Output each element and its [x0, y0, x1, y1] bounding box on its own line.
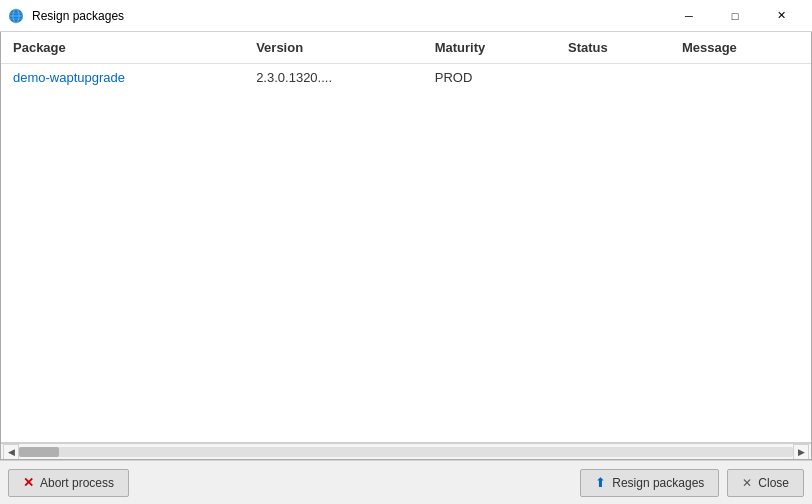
- app-icon: [8, 8, 24, 24]
- scroll-track[interactable]: [19, 447, 793, 457]
- title-bar-left: Resign packages: [8, 8, 124, 24]
- cell-message: [670, 64, 811, 92]
- col-header-status: Status: [556, 32, 670, 64]
- resign-label: Resign packages: [612, 476, 704, 490]
- close-label: Close: [758, 476, 789, 490]
- close-window-button[interactable]: ✕: [758, 0, 804, 32]
- maximize-button[interactable]: □: [712, 0, 758, 32]
- scroll-left-arrow[interactable]: ◀: [3, 444, 19, 460]
- scroll-thumb[interactable]: [19, 447, 59, 457]
- col-header-maturity: Maturity: [423, 32, 556, 64]
- table-area: Package Version Maturity Status Message …: [1, 32, 811, 443]
- cell-status: [556, 64, 670, 92]
- window-body: Package Version Maturity Status Message …: [0, 32, 812, 460]
- close-button[interactable]: ✕ Close: [727, 469, 804, 497]
- abort-icon: ✕: [23, 475, 34, 490]
- packages-table: Package Version Maturity Status Message …: [1, 32, 811, 91]
- col-header-message: Message: [670, 32, 811, 64]
- table-row[interactable]: demo-waptupgrade 2.3.0.1320.... PROD: [1, 64, 811, 92]
- table-header: Package Version Maturity Status Message: [1, 32, 811, 64]
- title-bar: Resign packages ─ □ ✕: [0, 0, 812, 32]
- footer: ✕ Abort process ⬆ Resign packages ✕ Clos…: [0, 460, 812, 504]
- scroll-right-arrow[interactable]: ▶: [793, 444, 809, 460]
- close-icon: ✕: [742, 476, 752, 490]
- cell-version: 2.3.0.1320....: [244, 64, 423, 92]
- table-body: demo-waptupgrade 2.3.0.1320.... PROD: [1, 64, 811, 92]
- col-header-package: Package: [1, 32, 244, 64]
- horizontal-scrollbar[interactable]: ◀ ▶: [1, 443, 811, 459]
- minimize-button[interactable]: ─: [666, 0, 712, 32]
- resign-icon: ⬆: [595, 475, 606, 490]
- footer-left: ✕ Abort process: [8, 469, 129, 497]
- cell-package: demo-waptupgrade: [1, 64, 244, 92]
- footer-right: ⬆ Resign packages ✕ Close: [580, 469, 804, 497]
- abort-process-button[interactable]: ✕ Abort process: [8, 469, 129, 497]
- title-bar-controls: ─ □ ✕: [666, 0, 804, 32]
- resign-packages-button[interactable]: ⬆ Resign packages: [580, 469, 719, 497]
- cell-maturity: PROD: [423, 64, 556, 92]
- col-header-version: Version: [244, 32, 423, 64]
- abort-label: Abort process: [40, 476, 114, 490]
- window-title: Resign packages: [32, 9, 124, 23]
